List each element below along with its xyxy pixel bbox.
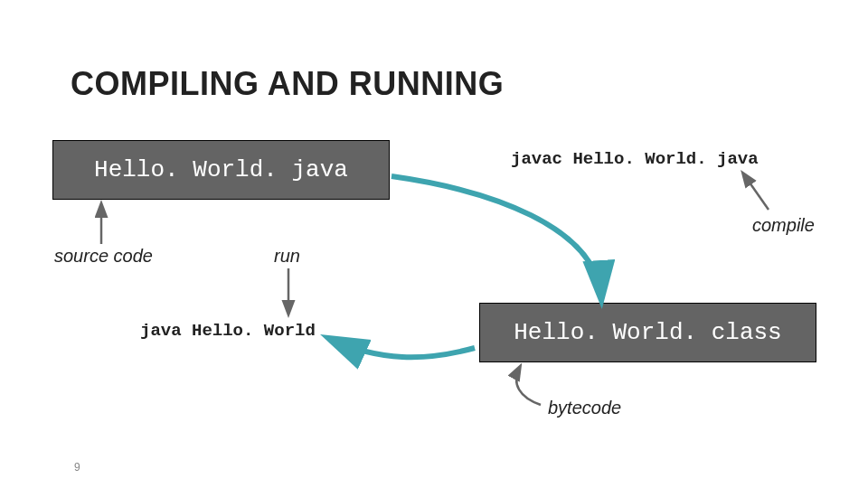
arrow-compile-curve — [392, 176, 601, 298]
page-number: 9 — [74, 461, 80, 474]
compile-command: javac Hello. World. java — [511, 149, 759, 169]
label-compile: compile — [752, 215, 815, 236]
label-source-code: source code — [54, 246, 153, 267]
class-file-box: Hello. World. class — [479, 303, 816, 362]
source-file-text: Hello. World. java — [94, 156, 348, 183]
class-file-text: Hello. World. class — [514, 319, 781, 346]
source-file-box: Hello. World. java — [52, 140, 390, 200]
arrow-run-curve — [330, 339, 475, 357]
arrow-bytecode — [516, 367, 541, 405]
label-bytecode: bytecode — [548, 398, 621, 418]
slide-title: COMPILING AND RUNNING — [71, 65, 504, 103]
label-run: run — [274, 246, 300, 267]
run-command: java Hello. World — [140, 321, 316, 341]
arrow-compile-label — [743, 174, 769, 210]
